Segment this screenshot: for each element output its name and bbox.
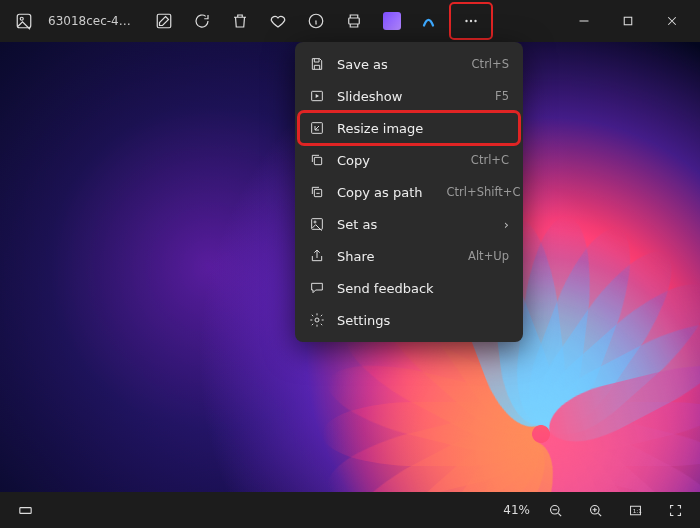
svg-rect-11	[314, 157, 321, 164]
app-icon	[6, 3, 42, 39]
menu-item-shortcut: Ctrl+Shift+C	[447, 185, 521, 199]
copy-icon	[309, 152, 325, 168]
zoom-out-button[interactable]	[538, 495, 572, 525]
menu-item-share[interactable]: ShareAlt+Up	[299, 240, 519, 272]
menu-item-shortcut: Alt+Up	[468, 249, 509, 263]
settings-icon	[309, 312, 325, 328]
menu-item-label: Save as	[337, 57, 388, 72]
window-controls	[562, 0, 694, 42]
save-as-icon	[309, 56, 325, 72]
favorite-button[interactable]	[260, 3, 296, 39]
menu-item-shortcut: Ctrl+C	[471, 153, 509, 167]
feedback-icon	[309, 280, 325, 296]
rotate-button[interactable]	[184, 3, 220, 39]
menu-item-label: Copy	[337, 153, 370, 168]
menu-item-shortcut: Ctrl+S	[472, 57, 509, 71]
menu-item-resize[interactable]: Resize image	[299, 112, 519, 144]
toolbar: 63018cec-4cf2-	[0, 0, 700, 42]
designer-icon	[421, 12, 439, 30]
set-as-icon	[309, 216, 325, 232]
menu-item-save-as[interactable]: Save asCtrl+S	[299, 48, 519, 80]
chevron-right-icon: ›	[504, 217, 509, 232]
ellipsis-icon	[462, 12, 480, 30]
clipchamp-icon	[383, 12, 401, 30]
menu-item-label: Slideshow	[337, 89, 402, 104]
fullscreen-button[interactable]	[658, 495, 692, 525]
actual-size-button[interactable]: 1:1	[618, 495, 652, 525]
svg-text:1:1: 1:1	[632, 507, 642, 513]
minimize-button[interactable]	[562, 0, 606, 42]
svg-rect-4	[349, 18, 360, 24]
slideshow-icon	[309, 88, 325, 104]
edit-button[interactable]	[146, 3, 182, 39]
more-button[interactable]	[450, 3, 492, 39]
svg-point-1	[20, 17, 23, 20]
svg-point-5	[465, 20, 467, 22]
menu-item-copy-path[interactable]: Copy as pathCtrl+Shift+C	[299, 176, 519, 208]
menu-item-label: Copy as path	[337, 185, 423, 200]
menu-item-feedback[interactable]: Send feedback	[299, 272, 519, 304]
menu-item-label: Settings	[337, 313, 390, 328]
svg-point-6	[470, 20, 472, 22]
window-title: 63018cec-4cf2-	[44, 14, 144, 28]
menu-item-shortcut: F5	[495, 89, 509, 103]
clipchamp-button[interactable]	[374, 3, 410, 39]
menu-item-label: Send feedback	[337, 281, 434, 296]
close-button[interactable]	[650, 0, 694, 42]
menu-item-label: Share	[337, 249, 375, 264]
filmstrip-toggle[interactable]	[8, 495, 42, 525]
print-button[interactable]	[336, 3, 372, 39]
menu-item-settings[interactable]: Settings	[299, 304, 519, 336]
info-button[interactable]	[298, 3, 334, 39]
designer-button[interactable]	[412, 3, 448, 39]
copy-path-icon	[309, 184, 325, 200]
svg-point-7	[474, 20, 476, 22]
share-icon	[309, 248, 325, 264]
svg-rect-8	[624, 17, 632, 25]
svg-point-15	[315, 318, 319, 322]
menu-item-set-as[interactable]: Set as›	[299, 208, 519, 240]
status-bar: 41% 1:1	[0, 492, 700, 528]
delete-button[interactable]	[222, 3, 258, 39]
resize-icon	[309, 120, 325, 136]
more-menu: Save asCtrl+SSlideshowF5Resize imageCopy…	[295, 42, 523, 342]
menu-item-slideshow[interactable]: SlideshowF5	[299, 80, 519, 112]
svg-point-14	[314, 221, 316, 223]
menu-item-label: Resize image	[337, 121, 423, 136]
menu-item-label: Set as	[337, 217, 377, 232]
svg-rect-16	[19, 507, 30, 513]
zoom-percent: 41%	[501, 503, 532, 517]
zoom-in-button[interactable]	[578, 495, 612, 525]
maximize-button[interactable]	[606, 0, 650, 42]
menu-item-copy[interactable]: CopyCtrl+C	[299, 144, 519, 176]
